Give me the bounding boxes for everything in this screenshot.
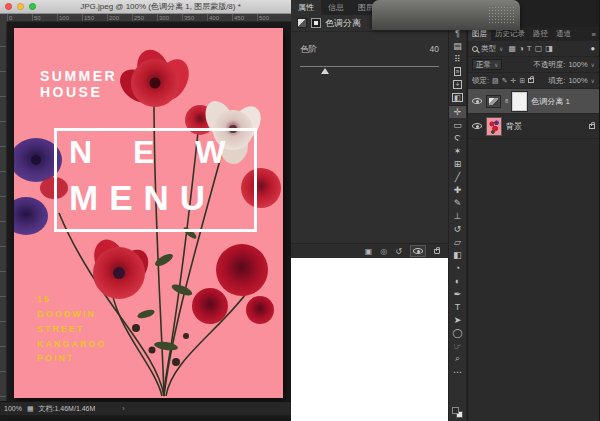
zoom-tool[interactable]: ⌕ — [449, 352, 466, 365]
opacity-value[interactable]: 100% — [568, 60, 587, 69]
split-panel-icon[interactable]: ◧ — [449, 91, 466, 104]
status-bar: 100% ▦ 文档:1.46M/1.46M › — [0, 401, 291, 415]
properties-tab[interactable]: 信息 — [321, 0, 351, 15]
caret-down-icon[interactable]: ∨ — [591, 77, 595, 84]
poster-title-menu: MENU — [69, 178, 216, 218]
link-icon: 8 — [505, 98, 508, 104]
blend-mode-select[interactable]: 正常 ∨ — [472, 59, 502, 70]
zoom-window-button[interactable] — [29, 3, 36, 10]
eraser-tool[interactable]: ▱ — [449, 235, 466, 248]
foreground-color-swatch[interactable] — [452, 407, 459, 414]
marquee-tool[interactable]: ▭ — [449, 118, 466, 131]
tool-dock: ≡ A ¶ ▤ ⠿ » + ◧ ✛ ▭ Ϛ ✶ — [448, 0, 467, 421]
hand-tool[interactable]: ☞ — [449, 339, 466, 352]
ruler-label: 150 — [82, 14, 107, 21]
ruler-label: 450 — [232, 14, 257, 21]
magic-wand-tool[interactable]: ✶ — [449, 144, 466, 157]
layers-tab[interactable]: 路径 — [529, 27, 552, 41]
poster-address-line: POINT — [37, 351, 107, 366]
panel-menu-icon[interactable]: ≡ — [592, 30, 599, 39]
path-select-tool[interactable]: ➤ — [449, 313, 466, 326]
styles-panel-icon[interactable]: ▤ — [449, 39, 466, 52]
poster-address-line: KANGAROO — [37, 337, 107, 352]
layer-row-posterize[interactable]: 8 色调分离 1 — [468, 89, 599, 114]
lock-position-icon[interactable]: ✛ — [511, 77, 517, 85]
filter-smart-object-icon[interactable]: ◨ — [545, 44, 553, 53]
poster-address-line: 15 — [37, 292, 107, 307]
ruler-label: 400 — [207, 14, 232, 21]
delete-adjustment-icon[interactable] — [434, 247, 440, 256]
document-titlebar[interactable]: JPG.jpeg @ 100% (色调分离 1, 图层蒙版/8) * — [0, 0, 291, 14]
lock-transparency-icon[interactable]: ▨ — [492, 77, 499, 85]
brush-tool[interactable]: ✎ — [449, 196, 466, 209]
layer-name[interactable]: 背景 — [506, 121, 522, 132]
dodge-tool[interactable]: ◐ — [449, 274, 466, 287]
properties-tab[interactable]: 属性 — [291, 0, 321, 15]
levels-label: 色阶 — [300, 44, 317, 56]
document-window: JPG.jpeg @ 100% (色调分离 1, 图层蒙版/8) * 05010… — [0, 0, 291, 418]
layer-thumbnail[interactable] — [486, 117, 502, 136]
reset-icon[interactable]: ↺ — [395, 247, 402, 256]
levels-slider-thumb[interactable] — [321, 68, 329, 74]
more-tools-icon[interactable]: ⋯ — [449, 365, 466, 378]
clip-to-layer-icon[interactable]: ▣ — [365, 247, 373, 256]
layer-name[interactable]: 色调分离 1 — [531, 96, 570, 107]
type-tool[interactable]: T — [449, 300, 466, 313]
levels-value[interactable]: 40 — [430, 44, 439, 56]
filter-toggle-icon[interactable]: ● — [590, 44, 595, 53]
swatches-panel-icon[interactable]: ⠿ — [449, 52, 466, 65]
poster-address: 15GOODWINSTREETKANGAROOPOINT — [37, 292, 107, 366]
eyedropper-tool[interactable]: ╱ — [449, 170, 466, 183]
layers-tab[interactable]: 通道 — [552, 27, 575, 41]
shape-tool[interactable]: ◯ — [449, 326, 466, 339]
layer-mask-icon[interactable] — [311, 18, 321, 28]
filter-pixel-icon[interactable]: ▦ — [508, 44, 516, 53]
history-brush-tool[interactable]: ↺ — [449, 222, 466, 235]
move-tool[interactable]: ✛ — [449, 105, 466, 118]
layer-mask-thumbnail[interactable] — [512, 92, 527, 111]
toggle-visibility-button[interactable] — [410, 245, 426, 257]
filter-type-icon[interactable]: T — [527, 44, 532, 53]
poster-canvas[interactable]: SUMMER HOUSE N E W MENU 15GOODWINSTREETK… — [14, 28, 283, 398]
lock-label: 锁定: — [472, 76, 489, 86]
close-button[interactable] — [5, 3, 12, 10]
filter-shape-icon[interactable]: ▢ — [535, 44, 543, 53]
zoom-level-field[interactable]: 100% — [4, 405, 22, 412]
fill-value[interactable]: 100% — [568, 76, 587, 85]
lock-pixels-icon[interactable]: ✎ — [502, 77, 508, 85]
healing-brush-tool[interactable]: ✚ — [449, 183, 466, 196]
gradient-tool[interactable]: ◧ — [449, 248, 466, 261]
crop-tool[interactable]: ⊞ — [449, 157, 466, 170]
lock-all-icon[interactable] — [528, 78, 534, 83]
blur-tool[interactable]: ◔ — [449, 261, 466, 274]
eye-icon[interactable] — [472, 122, 482, 130]
minimize-button[interactable] — [17, 3, 24, 10]
horizontal-ruler: 050100150200250300350400450500 — [7, 14, 291, 22]
ruler-corner — [0, 14, 7, 22]
levels-slider[interactable] — [300, 66, 439, 76]
add-panel-icon[interactable]: + — [449, 78, 466, 91]
caret-down-icon[interactable]: ∨ — [591, 61, 595, 68]
clone-stamp-tool[interactable]: ⊥ — [449, 209, 466, 222]
search-icon — [472, 46, 478, 52]
fill-label: 填充: — [548, 76, 565, 86]
status-popup-arrow-icon[interactable]: › — [122, 405, 124, 412]
eye-icon[interactable] — [472, 97, 482, 105]
blend-mode-row: 正常 ∨ 不透明度: 100% ∨ — [468, 57, 599, 73]
lasso-tool[interactable]: Ϛ — [449, 131, 466, 144]
color-swatches[interactable] — [449, 405, 466, 421]
adjustment-thumbnail[interactable] — [486, 95, 501, 108]
ruler-label: 350 — [182, 14, 207, 21]
poster-subtitle: SUMMER HOUSE — [40, 68, 117, 100]
lock-artboard-icon[interactable]: ⊞ — [519, 77, 525, 85]
collapse-panels-icon[interactable]: » — [449, 65, 466, 78]
caret-down-icon[interactable]: ∨ — [499, 45, 503, 52]
filter-type-label[interactable]: 类型 — [481, 44, 496, 54]
pen-tool[interactable]: ✒ — [449, 287, 466, 300]
filter-adjustment-icon[interactable]: ◑ — [519, 44, 524, 53]
status-thumbnail-icon: ▦ — [27, 405, 34, 413]
previous-state-icon[interactable]: ◎ — [380, 247, 387, 256]
floating-panel-header — [372, 0, 520, 30]
layer-row-background[interactable]: 背景 — [468, 114, 599, 139]
ruler-label: 500 — [257, 14, 282, 21]
